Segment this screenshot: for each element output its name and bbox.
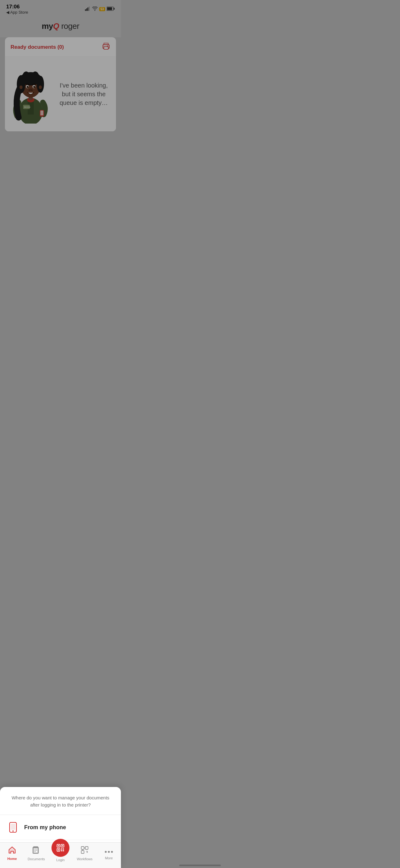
- svg-rect-6: [114, 8, 115, 10]
- main-content: Ready documents (0): [0, 37, 121, 167]
- battery-badge: 53: [99, 7, 105, 11]
- empty-queue-message: I've been looking, but it seems the queu…: [54, 81, 110, 107]
- logo-roger: roger: [59, 22, 79, 31]
- svg-rect-2: [88, 7, 88, 11]
- wifi-icon: [92, 6, 98, 12]
- app-header: myQ roger: [0, 17, 121, 37]
- signal-icon: [85, 6, 91, 12]
- svg-rect-9: [107, 45, 108, 46]
- svg-rect-1: [86, 8, 87, 11]
- logo-q: Q: [53, 22, 59, 31]
- character-illustration: BESSIE: [10, 63, 54, 125]
- app-store-back[interactable]: ◀ App Store: [6, 10, 28, 14]
- svg-point-23: [23, 71, 30, 81]
- ready-docs-body: BESSIE: [5, 57, 116, 131]
- ready-docs-card: Ready documents (0): [5, 37, 116, 131]
- svg-rect-5: [107, 7, 112, 10]
- ready-docs-title: Ready documents (0): [10, 44, 64, 50]
- status-icons: 53: [85, 6, 115, 12]
- svg-rect-0: [85, 9, 86, 11]
- svg-point-34: [29, 89, 30, 91]
- svg-rect-8: [104, 46, 108, 49]
- svg-point-35: [31, 89, 33, 91]
- svg-rect-3: [89, 6, 90, 11]
- logo-my: my: [41, 22, 53, 31]
- svg-rect-16: [40, 111, 43, 116]
- svg-text:BESSIE: BESSIE: [24, 106, 31, 108]
- status-bar: 17:06 ◀ App Store 53: [0, 0, 121, 17]
- svg-point-36: [20, 85, 23, 89]
- ready-docs-header: Ready documents (0): [5, 37, 116, 57]
- svg-point-24: [32, 71, 39, 81]
- battery-icon: [107, 6, 115, 12]
- status-time: 17:06: [6, 4, 28, 10]
- svg-point-31: [28, 86, 29, 87]
- svg-point-37: [39, 85, 42, 89]
- app-logo: myQ roger: [0, 22, 121, 31]
- printer-icon-btn[interactable]: [102, 42, 110, 52]
- svg-point-32: [35, 86, 35, 87]
